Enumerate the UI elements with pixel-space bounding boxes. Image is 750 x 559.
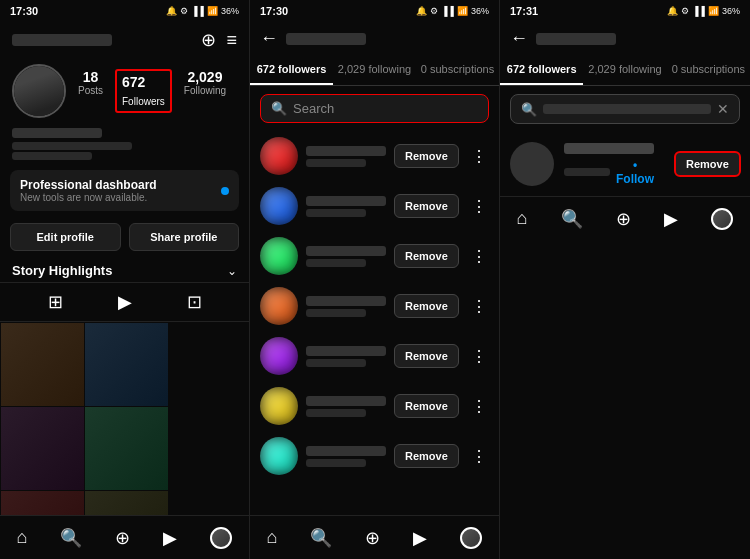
menu-button[interactable]: ≡ (226, 30, 237, 51)
status-time-p3: 17:31 (510, 5, 538, 17)
posts-stat[interactable]: 18 Posts (78, 69, 103, 113)
followers-username-blur (286, 33, 366, 45)
follower-info (306, 396, 386, 417)
panel-followers-list: 17:30 🔔 ⚙ ▐▐ 📶 36% ← 672 followers 2,029… (250, 0, 500, 559)
follower-name-blur (306, 346, 386, 356)
nav-home-icon[interactable]: ⌂ (517, 208, 528, 229)
chevron-down-icon[interactable]: ⌄ (227, 264, 237, 278)
photo-thumbnail[interactable] (1, 407, 84, 490)
search-icon-p3: 🔍 (521, 102, 537, 117)
clear-search-button[interactable]: ✕ (717, 101, 729, 117)
more-options-icon[interactable]: ⋮ (467, 397, 491, 416)
remove-button[interactable]: Remove (394, 144, 459, 168)
result-name-blur (564, 143, 654, 154)
nav-reels-icon[interactable]: ▶ (413, 527, 427, 549)
professional-dashboard-text: Professional dashboard New tools are now… (20, 178, 157, 203)
nav-profile-avatar[interactable] (711, 208, 733, 230)
professional-dashboard-card[interactable]: Professional dashboard New tools are now… (10, 170, 239, 211)
followers-stat[interactable]: 672 Followers (115, 69, 172, 113)
profile-section: 18 Posts 672 Followers 2,029 Following (0, 58, 249, 124)
status-time-p1: 17:30 (10, 5, 38, 17)
more-options-icon[interactable]: ⋮ (467, 347, 491, 366)
nav-search-icon[interactable]: 🔍 (310, 527, 332, 549)
grid-icons-row: ⊞ ▶ ⊡ (0, 282, 249, 322)
photo-thumbnail[interactable] (85, 323, 168, 406)
nav-search-icon[interactable]: 🔍 (60, 527, 82, 549)
followers-header-p3: ← (500, 22, 750, 55)
follower-avatar (260, 137, 298, 175)
photo-thumbnail[interactable] (85, 491, 168, 516)
nav-add-icon[interactable]: ⊕ (365, 527, 380, 549)
tab-followers[interactable]: 672 followers (250, 55, 333, 85)
bottom-nav-p2: ⌂ 🔍 ⊕ ▶ (250, 515, 499, 559)
edit-profile-button[interactable]: Edit profile (10, 223, 121, 251)
following-count: 2,029 (187, 69, 222, 85)
more-options-icon[interactable]: ⋮ (467, 247, 491, 266)
bio-line-1 (12, 142, 132, 150)
nav-search-icon[interactable]: 🔍 (561, 208, 583, 230)
nav-home-icon[interactable]: ⌂ (267, 527, 278, 548)
photo-thumbnail[interactable] (1, 323, 84, 406)
status-bar-p1: 17:30 🔔 ⚙ ▐▐ 📶 36% (0, 0, 249, 22)
nav-add-icon[interactable]: ⊕ (115, 527, 130, 549)
top-nav-p1: ⊕ ≡ (0, 22, 249, 58)
more-options-icon[interactable]: ⋮ (467, 297, 491, 316)
remove-button[interactable]: Remove (394, 444, 459, 468)
remove-button[interactable]: Remove (394, 194, 459, 218)
nav-add-icon[interactable]: ⊕ (616, 208, 631, 230)
bio-line-2 (12, 152, 92, 160)
username-section (0, 124, 249, 164)
follower-name-blur (306, 296, 386, 306)
tab-followers-p3[interactable]: 672 followers (500, 55, 583, 85)
nav-username-p1 (12, 34, 112, 46)
remove-button[interactable]: Remove (394, 344, 459, 368)
bottom-nav-p1: ⌂ 🔍 ⊕ ▶ (0, 515, 249, 559)
grid-view-icon[interactable]: ⊞ (48, 291, 63, 313)
status-icons-p3: 🔔 ⚙ ▐▐ 📶 36% (667, 6, 740, 16)
notification-dot (221, 187, 229, 195)
tab-subscriptions-p3[interactable]: 0 subscriptions (667, 55, 750, 85)
remove-button[interactable]: Remove (394, 294, 459, 318)
tab-subscriptions[interactable]: 0 subscriptions (416, 55, 499, 85)
tab-following-p3[interactable]: 2,029 following (583, 55, 666, 85)
more-options-icon[interactable]: ⋮ (467, 147, 491, 166)
remove-button[interactable]: Remove (394, 394, 459, 418)
panel-search-result: 17:31 🔔 ⚙ ▐▐ 📶 36% ← 672 followers 2,029… (500, 0, 750, 559)
search-bar-container-p3: 🔍 ✕ (500, 86, 750, 132)
remove-button-highlighted[interactable]: Remove (674, 151, 741, 177)
following-stat[interactable]: 2,029 Following (184, 69, 226, 113)
nav-home-icon[interactable]: ⌂ (17, 527, 28, 548)
follower-list: Remove ⋮ Remove ⋮ Remove ⋮ (250, 131, 499, 515)
professional-dashboard-title: Professional dashboard (20, 178, 157, 192)
follow-button[interactable]: • Follow (614, 158, 656, 186)
panel-profile: 17:30 🔔 ⚙ ▐▐ 📶 36% ⊕ ≡ 18 Posts 6 (0, 0, 250, 559)
follower-item: Remove ⋮ (250, 331, 499, 381)
back-button-p2[interactable]: ← (260, 28, 278, 49)
nav-profile-avatar[interactable] (460, 527, 482, 549)
remove-button[interactable]: Remove (394, 244, 459, 268)
action-buttons: Edit profile Share profile (0, 217, 249, 257)
share-profile-button[interactable]: Share profile (129, 223, 240, 251)
back-button-p3[interactable]: ← (510, 28, 528, 49)
search-input-value[interactable] (543, 104, 711, 114)
followers-search-bar[interactable]: 🔍 Search (260, 94, 489, 123)
followers-search-bar-p3[interactable]: 🔍 ✕ (510, 94, 740, 124)
result-info: • Follow (564, 143, 664, 186)
photo-thumbnail[interactable] (85, 407, 168, 490)
add-post-button[interactable]: ⊕ (201, 29, 216, 51)
follower-sub-blur (306, 159, 366, 167)
follower-info (306, 296, 386, 317)
more-options-icon[interactable]: ⋮ (467, 447, 491, 466)
tab-following[interactable]: 2,029 following (333, 55, 416, 85)
followers-tabs: 672 followers 2,029 following 0 subscrip… (250, 55, 499, 86)
nav-reels-icon[interactable]: ▶ (664, 208, 678, 230)
followers-username-blur-p3 (536, 33, 616, 45)
photo-thumbnail[interactable] (1, 491, 84, 516)
nav-profile-avatar[interactable] (210, 527, 232, 549)
followers-highlight-box: 672 Followers (115, 69, 172, 113)
nav-reels-icon[interactable]: ▶ (163, 527, 177, 549)
tagged-view-icon[interactable]: ⊡ (187, 291, 202, 313)
status-bar-p3: 17:31 🔔 ⚙ ▐▐ 📶 36% (500, 0, 750, 22)
more-options-icon[interactable]: ⋮ (467, 197, 491, 216)
reels-view-icon[interactable]: ▶ (118, 291, 132, 313)
